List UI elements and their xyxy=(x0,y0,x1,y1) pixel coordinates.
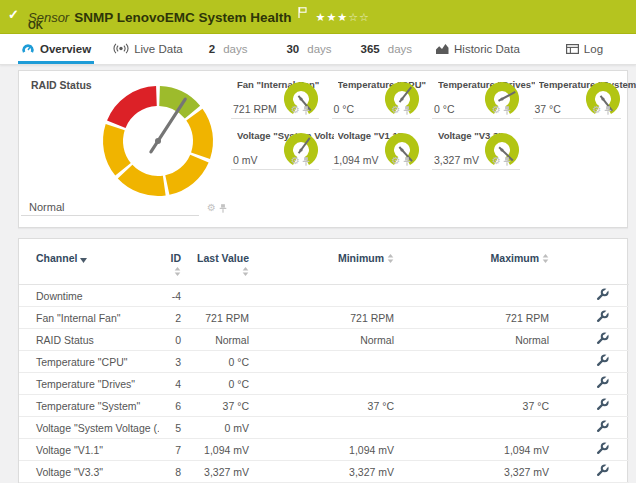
edit-channel-button[interactable] xyxy=(596,376,609,389)
tab-label: Log xyxy=(584,43,603,55)
tab-historic-data[interactable]: Historic Data xyxy=(433,34,523,64)
col-header-maximum[interactable]: Maximum xyxy=(398,239,553,285)
gauge-panel[interactable]: Temperature "System"37 °C⚙ xyxy=(533,77,621,119)
cell-maximum xyxy=(398,373,553,395)
pin-icon[interactable] xyxy=(403,106,411,115)
cell-last-value xyxy=(185,285,253,307)
table-row[interactable]: Temperature "Drives"40 °C xyxy=(19,373,629,395)
cell-maximum xyxy=(398,417,553,439)
gauge-panel[interactable]: Voltage "V1.1"1,094 mV⚙ xyxy=(332,128,420,170)
col-header-actions xyxy=(553,239,629,285)
star-icon[interactable]: ★ xyxy=(337,11,348,23)
pin-icon[interactable] xyxy=(302,106,310,115)
table-row[interactable]: Voltage "V3.3"83,327 mV3,327 mV3,327 mV xyxy=(19,461,629,483)
tab-number: 365 xyxy=(361,43,380,55)
tab-overview[interactable]: Overview xyxy=(18,34,94,64)
sensor-overview-page: ✓ SensorSNMP LenovoEMC System Health★★★☆… xyxy=(0,0,636,483)
tab-bar: OverviewLive Data2days30days365daysHisto… xyxy=(0,34,636,65)
col-header-last-value[interactable]: Last Value xyxy=(185,239,253,285)
gauge-dial xyxy=(384,132,420,172)
wrench-icon xyxy=(596,442,609,455)
gear-icon[interactable]: ⚙ xyxy=(291,156,300,166)
table-row[interactable]: Temperature "CPU"30 °C xyxy=(19,351,629,373)
sensor-status-banner: ✓ SensorSNMP LenovoEMC System Health★★★☆… xyxy=(0,0,636,34)
gear-icon[interactable]: ⚙ xyxy=(492,156,501,166)
edit-channel-button[interactable] xyxy=(596,442,609,455)
cell-minimum xyxy=(253,285,398,307)
gauge-panel[interactable]: Voltage "V3.3"3,327 mV⚙ xyxy=(432,128,520,170)
pin-icon[interactable] xyxy=(503,157,511,166)
tab-log[interactable]: Log xyxy=(563,34,606,64)
gauge-panel[interactable]: Voltage "System Voltage (12...0 mV⚙ xyxy=(231,128,319,170)
gauge-panel[interactable]: Temperature "CPU"0 °C⚙ xyxy=(332,77,420,119)
cell-maximum xyxy=(398,351,553,373)
col-header-id[interactable]: ID xyxy=(159,239,185,285)
tab-label: days xyxy=(388,43,412,55)
tab-number: 2 xyxy=(209,43,215,55)
edit-channel-button[interactable] xyxy=(596,420,609,433)
tab-2-days[interactable]: 2days xyxy=(206,34,251,64)
gear-icon[interactable]: ⚙ xyxy=(492,105,501,115)
cell-id: 2 xyxy=(159,307,185,329)
cell-last-value: Normal xyxy=(185,329,253,351)
edit-channel-button[interactable] xyxy=(596,354,609,367)
pin-icon[interactable] xyxy=(219,204,227,213)
pin-icon[interactable] xyxy=(403,157,411,166)
table-row[interactable]: Voltage "V1.1"71,094 mV1,094 mV1,094 mV xyxy=(19,439,629,461)
wrench-icon xyxy=(596,332,609,345)
log-icon xyxy=(566,44,579,54)
pin-icon[interactable] xyxy=(302,157,310,166)
gear-icon[interactable]: ⚙ xyxy=(207,203,216,213)
edit-channel-button[interactable] xyxy=(596,310,609,323)
tab-live-data[interactable]: Live Data xyxy=(110,34,186,64)
table-row[interactable]: Voltage "System Voltage (...50 mV xyxy=(19,417,629,439)
cell-id: 0 xyxy=(159,329,185,351)
gear-icon[interactable]: ⚙ xyxy=(291,105,300,115)
gear-icon[interactable]: ⚙ xyxy=(392,156,401,166)
col-header-channel[interactable]: Channel xyxy=(19,239,159,285)
cell-id: 8 xyxy=(159,461,185,483)
table-row[interactable]: Downtime-4 xyxy=(19,285,629,307)
star-icon[interactable]: ★ xyxy=(316,11,327,23)
gear-icon[interactable]: ⚙ xyxy=(392,105,401,115)
tab-30-days[interactable]: 30days xyxy=(283,34,334,64)
gauge-value: 0 °C xyxy=(334,103,355,115)
flag-icon[interactable] xyxy=(298,4,307,22)
edit-channel-button[interactable] xyxy=(596,464,609,477)
cell-minimum: 37 °C xyxy=(253,395,398,417)
cell-channel: Voltage "V3.3" xyxy=(19,461,159,483)
table-header-row: Channel ID Last Value Minimum Maximum xyxy=(19,239,629,285)
table-row[interactable]: Fan "Internal Fan"2721 RPM721 RPM721 RPM xyxy=(19,307,629,329)
gear-icon[interactable]: ⚙ xyxy=(593,105,602,115)
gauge-panel[interactable]: Temperature "Drives"0 °C⚙ xyxy=(432,77,520,119)
edit-channel-button[interactable] xyxy=(596,288,609,301)
wrench-icon xyxy=(596,354,609,367)
sensor-status-text: OK xyxy=(28,20,43,31)
table-row[interactable]: Temperature "System"637 °C37 °C37 °C xyxy=(19,395,629,417)
gauge-panel[interactable]: Fan "Internal Fan"721 RPM⚙ xyxy=(231,77,319,119)
cell-last-value: 3,327 mV xyxy=(185,461,253,483)
tab-365-days[interactable]: 365days xyxy=(358,34,415,64)
gauge-value: 3,327 mV xyxy=(434,154,479,166)
pin-icon[interactable] xyxy=(503,106,511,115)
edit-channel-button[interactable] xyxy=(596,398,609,411)
sort-icon xyxy=(542,254,549,263)
priority-stars[interactable]: ★★★☆☆ xyxy=(316,11,370,23)
cell-channel: Fan "Internal Fan" xyxy=(19,307,159,329)
star-icon[interactable]: ☆ xyxy=(359,11,370,23)
col-header-minimum[interactable]: Minimum xyxy=(253,239,398,285)
table-row[interactable]: RAID Status0NormalNormalNormal xyxy=(19,329,629,351)
cell-channel: Temperature "Drives" xyxy=(19,373,159,395)
gauge-value: 37 °C xyxy=(535,103,561,115)
tab-label: Overview xyxy=(40,43,91,55)
star-icon[interactable]: ☆ xyxy=(348,11,359,23)
pin-icon[interactable] xyxy=(604,106,612,115)
tab-label: Live Data xyxy=(134,43,183,55)
edit-channel-button[interactable] xyxy=(596,332,609,345)
tab-number: 30 xyxy=(286,43,299,55)
cell-minimum: 3,327 mV xyxy=(253,461,398,483)
flag-icon xyxy=(298,7,307,18)
cell-channel: Voltage "System Voltage (... xyxy=(19,417,159,439)
star-icon[interactable]: ★ xyxy=(326,11,337,23)
gauge-value: 1,094 mV xyxy=(334,154,379,166)
